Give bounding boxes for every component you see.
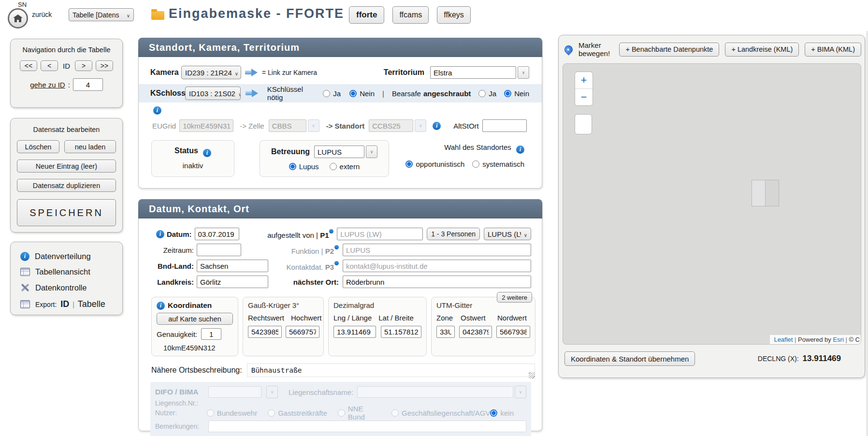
back-link[interactable]: zurück — [32, 11, 52, 18]
mini-info-icon[interactable] — [329, 229, 333, 233]
info-icon[interactable] — [516, 145, 524, 154]
info-icon[interactable] — [153, 106, 161, 115]
zoom-out-button[interactable]: − — [575, 89, 593, 105]
nav-last-button[interactable]: >> — [96, 60, 113, 71]
kschluessel-nein-radio[interactable]: Nein — [349, 89, 375, 98]
link-arrow-icon[interactable] — [245, 69, 258, 76]
hochwert-input[interactable] — [286, 326, 319, 338]
datum-input[interactable] — [195, 228, 239, 240]
mini-info-icon[interactable] — [334, 261, 339, 265]
utm-nord-input[interactable] — [496, 326, 530, 338]
territorium-dropdown-button[interactable] — [518, 66, 529, 79]
resize-grip-icon[interactable] — [529, 372, 535, 378]
leaflet-link[interactable]: Leaflet — [774, 336, 793, 343]
export-table-link[interactable]: Tabelle — [78, 299, 105, 309]
p1-select[interactable]: LUPUS (LW — [484, 228, 531, 240]
nav-next-button[interactable]: > — [75, 60, 92, 71]
app-button-ffcams[interactable]: ffcams — [392, 6, 429, 24]
radio-label: kein — [500, 409, 514, 417]
map-tool-button[interactable] — [575, 114, 592, 134]
link-export[interactable]: Export: ID | Tabelle — [20, 296, 122, 312]
utm-col1: Zone — [436, 314, 461, 322]
link-tabellenansicht[interactable]: Tabellenansicht — [20, 264, 122, 279]
section-title: Datum, Kontakt, Ort — [149, 203, 249, 215]
bearsafe-nein-radio[interactable]: Nein — [504, 89, 529, 98]
betreuung-extern-radio[interactable]: extern — [330, 162, 360, 171]
zoom-in-button[interactable]: + — [575, 72, 593, 89]
kschloss-select[interactable]: ID103 : 21S02 — [185, 87, 241, 100]
app-button-fforte[interactable]: fforte — [349, 6, 384, 24]
bima-kml-button[interactable]: + BIMA (KML) — [805, 43, 861, 57]
liegenschaftsname-dropdown-button — [515, 386, 526, 398]
nutzer-label: Nutzer: — [155, 409, 207, 417]
save-button[interactable]: SPEICHERN — [17, 199, 116, 226]
betreuung-dropdown-button[interactable] — [366, 145, 377, 158]
betreuung-lupus-radio[interactable]: Lupus — [289, 162, 319, 171]
navigation-panel: Navigation durch die Tabelle << < ID > >… — [10, 39, 123, 108]
link-datenkontrolle[interactable]: Datenkontrolle — [20, 279, 122, 296]
info-icon[interactable] — [203, 149, 211, 157]
gk-col1: Rechtswert — [248, 314, 284, 322]
mini-info-icon[interactable] — [334, 245, 339, 249]
map-canvas[interactable]: + − Leaflet | Powered by Esri | © C — [563, 63, 861, 345]
utm-zone-input[interactable] — [436, 326, 455, 338]
radio-icon — [330, 163, 337, 170]
link-datenverteilung[interactable]: Datenverteilung — [20, 248, 122, 264]
utm-ost-input[interactable] — [459, 326, 492, 338]
neighbor-points-button[interactable]: + Benachbarte Datenpunkte — [619, 43, 719, 57]
p1-input[interactable] — [337, 228, 423, 240]
bndland-input[interactable] — [197, 260, 268, 272]
wahl-systematisch-radio[interactable]: systematisch — [472, 160, 524, 168]
radio-label: extern — [340, 162, 360, 171]
new-entry-button[interactable]: Neuer Eintrag (leer) — [17, 160, 116, 173]
map-search-button[interactable]: auf Karte suchen — [157, 313, 233, 325]
genauigkeit-input[interactable] — [201, 328, 221, 340]
ortsbeschreibung-field[interactable]: Bühnaustraße — [247, 363, 535, 377]
p2-label-bold: P2 — [325, 247, 334, 255]
link-arrow-icon[interactable] — [246, 89, 259, 97]
lat-input[interactable] — [381, 326, 421, 338]
wahl-opportunistisch-radio[interactable]: opportunistisch — [405, 160, 464, 168]
landkreise-kml-button[interactable]: + Landkreise (KML) — [725, 43, 799, 57]
radio-icon — [338, 409, 345, 417]
lng-input[interactable] — [333, 326, 376, 338]
p2-input[interactable] — [343, 244, 531, 256]
bearsafe-ja-radio[interactable]: Ja — [478, 89, 496, 98]
kschluessel-ja-radio[interactable]: Ja — [323, 89, 341, 98]
p2-label: Funktion | — [291, 247, 323, 255]
p3-input[interactable] — [343, 260, 531, 272]
kamera-select[interactable]: ID239 : 21R24 — [181, 66, 241, 79]
nav-first-button[interactable]: << — [20, 60, 37, 71]
more-coords-button[interactable]: 2 weitere — [497, 292, 532, 303]
altstort-input[interactable] — [482, 119, 527, 132]
app-button-ffkeys[interactable]: ffkeys — [437, 6, 471, 24]
table-icon — [20, 268, 30, 276]
persons-button[interactable]: 1 - 3 Personen — [427, 228, 480, 240]
topbar: SN zurück Tabelle [Datens Eingabemaske -… — [0, 0, 868, 32]
goto-id-input[interactable] — [73, 78, 103, 91]
goto-id-link[interactable]: gehe zu ID — [30, 81, 65, 89]
rechtswert-input[interactable] — [248, 326, 282, 338]
landkreis-input[interactable] — [197, 276, 268, 288]
delete-button[interactable]: Löschen — [17, 140, 59, 153]
nav-prev-button[interactable]: < — [41, 60, 58, 71]
apply-coordinates-button[interactable]: Koordinaten & Standort übernehmen — [564, 351, 695, 366]
chevron-down-icon — [521, 230, 527, 238]
duplicate-button[interactable]: Datensatz duplizieren — [17, 179, 116, 192]
reload-button[interactable]: neu laden — [64, 140, 116, 153]
export-id-link[interactable]: ID — [60, 299, 69, 309]
betreuung-input[interactable] — [314, 145, 364, 158]
radio-label: Ja — [333, 89, 341, 98]
home-logo[interactable]: SN — [8, 1, 28, 29]
esri-link[interactable]: Esri — [833, 336, 843, 343]
status-box: Status inaktiv — [151, 140, 234, 177]
info-icon[interactable] — [157, 302, 165, 310]
ort-input[interactable] — [343, 276, 531, 288]
table-select[interactable]: Tabelle [Datens — [69, 8, 134, 21]
territorium-input[interactable] — [430, 66, 516, 79]
info-icon[interactable] — [433, 122, 441, 130]
nutzer-kein-radio[interactable]: kein — [490, 409, 514, 417]
zeitraum-input[interactable] — [197, 244, 241, 256]
info-icon[interactable] — [156, 230, 164, 238]
p1-label-bold: P1 — [320, 231, 329, 239]
